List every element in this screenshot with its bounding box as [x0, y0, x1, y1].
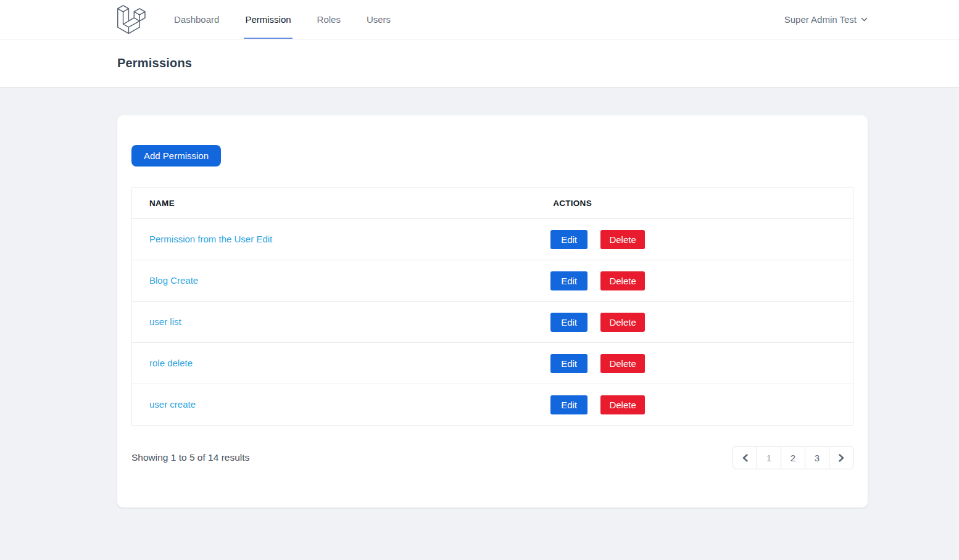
user-menu-label: Super Admin Test: [784, 14, 857, 25]
nav-item-permission[interactable]: Permission: [244, 0, 292, 39]
permissions-table: NAME ACTIONS Permission from the User Ed…: [131, 187, 853, 426]
results-summary: Showing 1 to 5 of 14 results: [131, 452, 249, 463]
delete-button[interactable]: Delete: [600, 395, 644, 414]
nav-item-roles[interactable]: Roles: [316, 0, 342, 39]
delete-button[interactable]: Delete: [600, 230, 644, 249]
table-row: role delete Edit Delete: [132, 343, 853, 384]
pagination: 1 2 3: [733, 446, 853, 469]
nav-item-users[interactable]: Users: [365, 0, 392, 39]
edit-button[interactable]: Edit: [550, 230, 587, 249]
edit-button[interactable]: Edit: [550, 313, 587, 332]
permission-name-link[interactable]: role delete: [149, 358, 193, 368]
add-permission-button[interactable]: Add Permission: [131, 145, 221, 167]
table-row: Blog Create Edit Delete: [132, 260, 853, 302]
permissions-card: Add Permission NAME ACTIONS Permission f…: [117, 115, 868, 508]
pagination-page-1[interactable]: 1: [757, 446, 781, 469]
table-row: user list Edit Delete: [132, 302, 853, 343]
edit-button[interactable]: Edit: [550, 271, 587, 290]
table-row: user create Edit Delete: [132, 384, 853, 426]
table-footer: Showing 1 to 5 of 14 results 1 2 3: [131, 446, 853, 469]
page-header: Permissions: [0, 39, 959, 87]
laravel-logo-icon: [117, 5, 146, 35]
pagination-next-button[interactable]: [829, 446, 853, 469]
pagination-page-3[interactable]: 3: [805, 446, 829, 469]
delete-button[interactable]: Delete: [600, 354, 644, 373]
chevron-right-icon: [839, 454, 844, 462]
chevron-left-icon: [742, 454, 748, 462]
column-header-name: NAME: [132, 188, 536, 219]
main-content: Add Permission NAME ACTIONS Permission f…: [0, 87, 959, 508]
permission-name-link[interactable]: user create: [149, 399, 196, 410]
delete-button[interactable]: Delete: [600, 313, 644, 332]
column-header-actions: ACTIONS: [536, 188, 853, 219]
page-title: Permissions: [117, 56, 868, 70]
edit-button[interactable]: Edit: [550, 354, 587, 373]
laravel-logo[interactable]: [117, 0, 146, 39]
pagination-page-2[interactable]: 2: [781, 446, 805, 469]
nav-item-dashboard[interactable]: Dashboard: [173, 0, 220, 39]
delete-button[interactable]: Delete: [600, 271, 644, 290]
permission-name-link[interactable]: Permission from the User Edit: [149, 234, 272, 244]
table-header-row: NAME ACTIONS: [132, 188, 853, 219]
table-row: Permission from the User Edit Edit Delet…: [132, 219, 853, 260]
top-navigation: Dashboard Permission Roles Users Super A…: [0, 0, 959, 39]
chevron-down-icon: [861, 17, 868, 22]
permission-name-link[interactable]: Blog Create: [149, 275, 198, 286]
nav-links: Dashboard Permission Roles Users: [173, 0, 415, 39]
edit-button[interactable]: Edit: [550, 395, 587, 414]
permission-name-link[interactable]: user list: [149, 316, 181, 327]
user-menu-dropdown[interactable]: Super Admin Test: [784, 0, 868, 39]
pagination-prev-button[interactable]: [733, 446, 757, 469]
